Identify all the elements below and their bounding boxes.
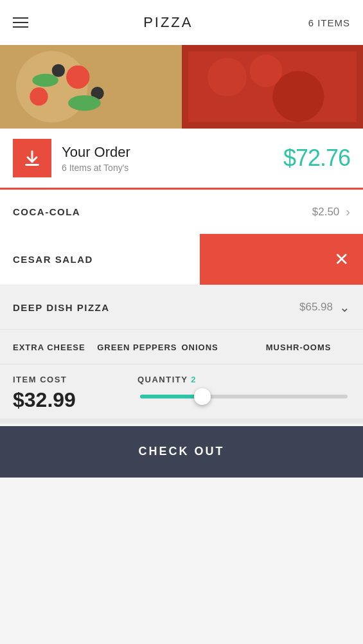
topping-onions: ONIONS: [182, 343, 266, 353]
menu-line-2: [13, 22, 28, 23]
quantity-section: QUANTITY 2: [131, 375, 350, 398]
chevron-down-icon: ⌄: [339, 300, 350, 315]
item-cost-label: ITEM COST: [13, 375, 131, 384]
checkout-label: CHECK OUT: [139, 445, 225, 458]
item-row-cesar-salad-container: ✕ CESAR SALAD: [0, 233, 363, 285]
cost-quantity-row: ITEM COST $32.99 QUANTITY 2: [0, 364, 363, 418]
item-row-coca-cola[interactable]: COCA-COLA $2.50 ›: [0, 190, 363, 233]
item-name-cesar-salad-row: CESAR SALAD: [0, 233, 200, 285]
order-total: $72.76: [283, 145, 350, 172]
banner-pizza-image: [0, 45, 182, 129]
menu-line-3: [13, 26, 28, 28]
topping-mushrooms: MUSHR-OOMS: [266, 343, 350, 353]
order-title: Your Order: [62, 144, 283, 161]
banner-sauce-image: [182, 45, 364, 129]
download-icon: [23, 149, 41, 167]
slider-thumb[interactable]: [194, 388, 211, 405]
item-details-section: EXTRA CHEESE GREEN PEPPERS ONIONS MUSHR-…: [0, 329, 363, 418]
item-price-deep-dish-pizza: $65.98: [299, 301, 333, 314]
topping-extra-cheese: EXTRA CHEESE: [13, 343, 97, 353]
quantity-label: QUANTITY 2: [137, 375, 350, 384]
quantity-value: 2: [191, 375, 197, 384]
slider-track: [140, 395, 348, 398]
topping-green-peppers: GREEN PEPPERS: [97, 343, 181, 353]
banner-images: [0, 45, 363, 129]
checkout-button[interactable]: CHECK OUT: [0, 426, 363, 478]
order-text: Your Order 6 Items at Tony's: [51, 144, 283, 173]
chevron-right-icon: ›: [346, 204, 350, 219]
item-name-coca-cola: COCA-COLA: [13, 206, 312, 217]
menu-line-1: [13, 17, 28, 19]
quantity-slider-container: [137, 395, 350, 398]
toppings-row: EXTRA CHEESE GREEN PEPPERS ONIONS MUSHR-…: [0, 330, 363, 364]
item-price-coca-cola: $2.50: [312, 206, 340, 219]
item-name-deep-dish-pizza: DEEP DISH PIZZA: [13, 302, 299, 313]
header: PIZZA 6 ITEMS: [0, 0, 363, 45]
item-cost-value: $32.99: [13, 388, 131, 412]
item-row-deep-dish-pizza[interactable]: DEEP DISH PIZZA $65.98 ⌄: [0, 285, 363, 329]
slider-fill: [140, 395, 202, 398]
delete-icon[interactable]: ✕: [334, 249, 349, 270]
order-summary: Your Order 6 Items at Tony's $72.76: [0, 129, 363, 190]
order-icon-box: [13, 139, 51, 177]
divider: [0, 418, 363, 424]
cost-section: ITEM COST $32.99: [13, 375, 131, 412]
item-name-cesar-salad: CESAR SALAD: [13, 254, 187, 265]
page-title: PIZZA: [143, 14, 193, 31]
order-subtitle: 6 Items at Tony's: [62, 163, 283, 173]
menu-button[interactable]: [13, 17, 28, 28]
items-count: 6 ITEMS: [308, 17, 350, 28]
